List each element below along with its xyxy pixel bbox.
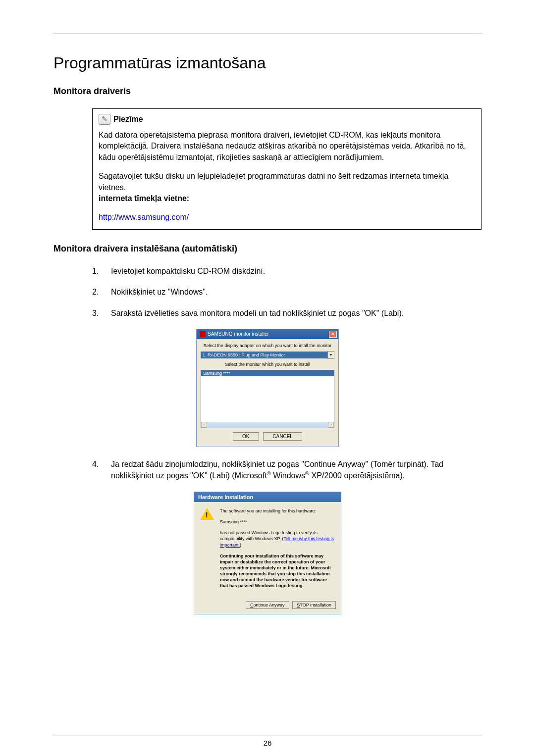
monitor-list-item[interactable]: Samsung ****	[201, 370, 334, 376]
adapter-select[interactable]: 1. RADEON 9550 : Plug and Play Monitor	[201, 352, 327, 358]
hardware-installation-dialog: Hardware Installation ! The software you…	[194, 492, 341, 614]
scroll-track[interactable]	[207, 422, 328, 428]
note-paragraph-1: Kad datora operētājsistēma pieprasa moni…	[99, 130, 475, 163]
note-label: Piezīme	[113, 115, 143, 124]
chevron-down-icon[interactable]: ▾	[327, 351, 334, 359]
bottom-rule	[54, 736, 482, 736]
note-box: Piezīme Kad datora operētājsistēma piepr…	[92, 108, 482, 230]
installer-buttons: OK CANCEL	[201, 428, 334, 443]
hw-p3: has not passed Windows Logo testing to v…	[220, 530, 335, 548]
cancel-button[interactable]: CANCEL	[263, 432, 302, 441]
samsung-url-link[interactable]: http://www.samsung.com/	[99, 213, 189, 221]
note-header: Piezīme	[99, 114, 475, 125]
note-icon	[99, 114, 110, 125]
list-number: 3.	[92, 308, 102, 319]
stop-rest: TOP Installation	[300, 603, 331, 607]
install-steps-list: 1. Ievietojiet kompaktdisku CD-ROM diskd…	[92, 266, 482, 319]
scroll-right-icon[interactable]: ›	[328, 422, 334, 428]
page-number: 26	[0, 739, 535, 747]
monitor-listbox[interactable]: Samsung **** ‹ ›	[201, 370, 334, 428]
stop-installation-button[interactable]: STOP Installation	[292, 601, 336, 609]
hw-p2: Samsung ****	[220, 519, 335, 525]
horizontal-scrollbar[interactable]: ‹ ›	[201, 422, 334, 428]
installer-titlebar: SAMSUNG monitor installer ✕	[197, 329, 338, 339]
hw-text-block: The software you are installing for this…	[220, 508, 335, 594]
list-text: Noklikšķiniet uz "Windows".	[111, 287, 482, 298]
list-text: Ja redzat šādu ziņojumlodziņu, noklikšķi…	[111, 459, 482, 482]
list-item: 3. Sarakstā izvēlieties sava monitora mo…	[92, 308, 482, 319]
list-number: 1.	[92, 266, 102, 277]
continue-rest: ontinue Anyway	[253, 603, 284, 607]
list-number: 2.	[92, 287, 102, 298]
note-paragraph-2: Sagatavojiet tukšu disku un lejupielādēj…	[99, 171, 475, 204]
list-item: 4. Ja redzat šādu ziņojumlodziņu, noklik…	[92, 459, 482, 482]
hw-p3-b: )	[240, 543, 241, 548]
install-steps-list-cont: 4. Ja redzat šādu ziņojumlodziņu, noklik…	[92, 459, 482, 482]
installer-app-icon	[200, 331, 206, 337]
note-p2-bold: interneta tīmekļa vietne:	[99, 194, 189, 202]
hw-titlebar: Hardware Installation	[194, 492, 341, 502]
hw-p4: Continuing your installation of this sof…	[220, 553, 335, 589]
top-rule	[54, 34, 482, 34]
note-p2-text: Sagatavojiet tukšu disku un lejupielādēj…	[99, 172, 448, 191]
list-text: Ievietojiet kompaktdisku CD-ROM diskdzin…	[111, 266, 482, 277]
continue-anyway-button[interactable]: Continue Anyway	[246, 601, 289, 609]
samsung-installer-dialog: SAMSUNG monitor installer ✕ Select the d…	[196, 329, 339, 447]
close-icon[interactable]: ✕	[329, 331, 337, 338]
installer-title: SAMSUNG monitor installer	[208, 331, 269, 337]
item4-part-b: Windows	[271, 472, 305, 480]
note-url: http://www.samsung.com/	[99, 212, 475, 223]
reg-mark: ®	[305, 470, 309, 476]
hw-content-row: ! The software you are installing for th…	[200, 508, 335, 594]
section-monitor-driver-title: Monitora draiveris	[54, 86, 482, 97]
section-install-auto-title: Monitora draivera instalēšana (automātis…	[54, 244, 482, 254]
ok-button[interactable]: OK	[233, 432, 259, 441]
scroll-left-icon[interactable]: ‹	[201, 422, 207, 428]
list-number: 4.	[92, 459, 102, 482]
adapter-select-row: 1. RADEON 9550 : Plug and Play Monitor ▾	[201, 351, 334, 359]
warning-icon: !	[200, 508, 214, 521]
titlebar-left: SAMSUNG monitor installer	[200, 331, 269, 337]
list-text: Sarakstā izvēlieties sava monitora model…	[111, 308, 482, 319]
installer-instr-1: Select the display adapter on which you …	[201, 343, 334, 348]
installer-instr-2: Select the monitor which you want to ins…	[201, 362, 334, 367]
installer-body: Select the display adapter on which you …	[197, 339, 338, 447]
list-item: 2. Noklikšķiniet uz "Windows".	[92, 287, 482, 298]
page-title: Programmatūras izmantošana	[54, 54, 482, 72]
list-item: 1. Ievietojiet kompaktdisku CD-ROM diskd…	[92, 266, 482, 277]
hw-body: ! The software you are installing for th…	[194, 502, 341, 598]
hw-p1: The software you are installing for this…	[220, 508, 335, 514]
hw-buttons: Continue Anyway STOP Installation	[194, 598, 341, 614]
reg-mark: ®	[267, 470, 271, 476]
item4-part-c: XP/2000 operētājsistēma).	[309, 472, 405, 480]
